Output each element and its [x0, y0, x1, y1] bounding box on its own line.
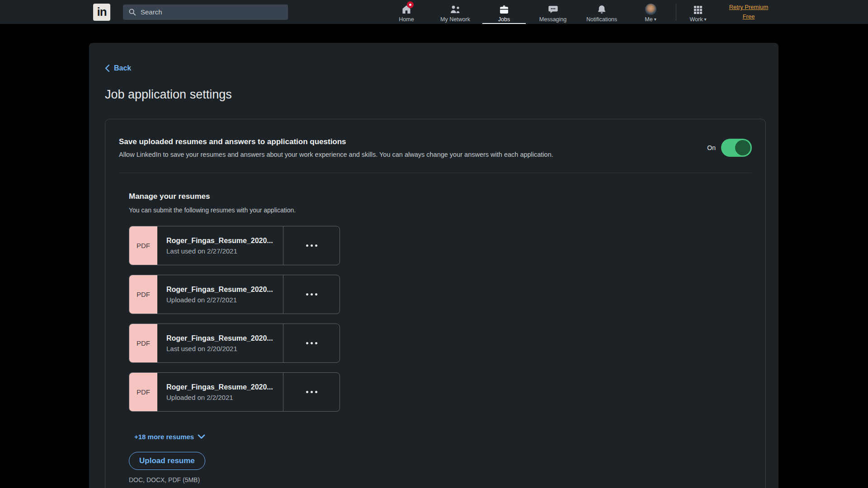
- back-link[interactable]: Back: [105, 64, 131, 72]
- show-more-resumes-link[interactable]: +18 more resumes: [134, 433, 205, 441]
- search-icon: [128, 8, 136, 16]
- settings-card: Save uploaded resumes and answers to app…: [105, 119, 766, 488]
- nav-messaging[interactable]: Messaging: [528, 0, 577, 24]
- resume-filename: Roger_Fingas_Resume_2020...: [166, 286, 283, 294]
- messaging-icon: [547, 3, 559, 15]
- resume-options-button[interactable]: [283, 275, 340, 314]
- toggle-knob: [735, 140, 750, 155]
- premium-upsell-link[interactable]: Retry Premium Free: [719, 3, 778, 21]
- manage-resumes-subheading: You can submit the following resumes wit…: [129, 206, 752, 214]
- resume-options-button[interactable]: [283, 324, 340, 362]
- save-answers-toggle[interactable]: [721, 139, 752, 157]
- nav-jobs[interactable]: Jobs: [480, 0, 528, 24]
- manage-resumes-section: Manage your resumes You can submit the f…: [119, 192, 752, 483]
- ellipsis-icon: [306, 342, 308, 344]
- top-navigation: in Home My Network: [0, 0, 868, 24]
- ellipsis-icon: [306, 293, 308, 296]
- resume-row: PDF Roger_Fingas_Resume_2020... Uploaded…: [129, 275, 340, 314]
- resume-meta: Uploaded on 2/2/2021: [166, 394, 283, 401]
- section-divider: [119, 173, 752, 173]
- resume-row: PDF Roger_Fingas_Resume_2020... Uploaded…: [129, 372, 340, 412]
- nav-me[interactable]: Me▾: [626, 0, 675, 24]
- pdf-file-badge: PDF: [129, 324, 157, 362]
- chevron-down-icon: [198, 434, 205, 439]
- chevron-down-icon: ▾: [654, 17, 656, 22]
- nav-work[interactable]: Work▾: [677, 0, 719, 24]
- linkedin-logo[interactable]: in: [93, 4, 110, 21]
- resume-filename: Roger_Fingas_Resume_2020...: [166, 334, 283, 343]
- resume-row: PDF Roger_Fingas_Resume_2020... Last use…: [129, 324, 340, 363]
- notification-badge: [407, 1, 414, 8]
- resume-filename: Roger_Fingas_Resume_2020...: [166, 383, 283, 391]
- nav-notifications[interactable]: Notifications: [577, 0, 626, 24]
- resume-list: PDF Roger_Fingas_Resume_2020... Last use…: [129, 226, 752, 412]
- nav-home[interactable]: Home: [382, 0, 431, 24]
- upload-resume-button[interactable]: Upload resume: [129, 452, 205, 470]
- primary-nav: Home My Network Jobs: [382, 0, 675, 24]
- pdf-file-badge: PDF: [129, 226, 157, 265]
- pdf-file-badge: PDF: [129, 275, 157, 314]
- search-bar[interactable]: [123, 5, 288, 20]
- ellipsis-icon: [306, 391, 308, 393]
- save-answers-description: Allow LinkedIn to save your resumes and …: [119, 151, 553, 158]
- resume-meta: Last used on 2/27/2021: [166, 247, 283, 255]
- page-title: Job application settings: [105, 88, 766, 102]
- bell-icon: [596, 3, 607, 15]
- file-types-hint: DOC, DOCX, PDF (5MB): [129, 476, 752, 483]
- nav-divider: [676, 4, 676, 21]
- job-application-settings-panel: Back Job application settings Save uploa…: [89, 43, 778, 488]
- resume-row: PDF Roger_Fingas_Resume_2020... Last use…: [129, 226, 340, 265]
- resume-filename: Roger_Fingas_Resume_2020...: [166, 237, 283, 245]
- resume-options-button[interactable]: [283, 226, 340, 265]
- resume-options-button[interactable]: [283, 373, 340, 411]
- grid-icon: [693, 3, 703, 15]
- nav-my-network[interactable]: My Network: [431, 0, 480, 24]
- network-icon: [449, 3, 461, 15]
- manage-resumes-heading: Manage your resumes: [129, 192, 752, 201]
- save-answers-heading: Save uploaded resumes and answers to app…: [119, 137, 553, 146]
- ellipsis-icon: [306, 244, 308, 247]
- search-input[interactable]: [141, 8, 283, 16]
- briefcase-icon: [499, 3, 509, 15]
- pdf-file-badge: PDF: [129, 373, 157, 411]
- toggle-state-label: On: [707, 144, 716, 151]
- chevron-down-icon: ▾: [704, 17, 706, 22]
- resume-meta: Uploaded on 2/27/2021: [166, 296, 283, 304]
- resume-meta: Last used on 2/20/2021: [166, 345, 283, 352]
- profile-photo: [645, 4, 656, 15]
- chevron-left-icon: [105, 64, 110, 72]
- home-icon: [401, 3, 412, 15]
